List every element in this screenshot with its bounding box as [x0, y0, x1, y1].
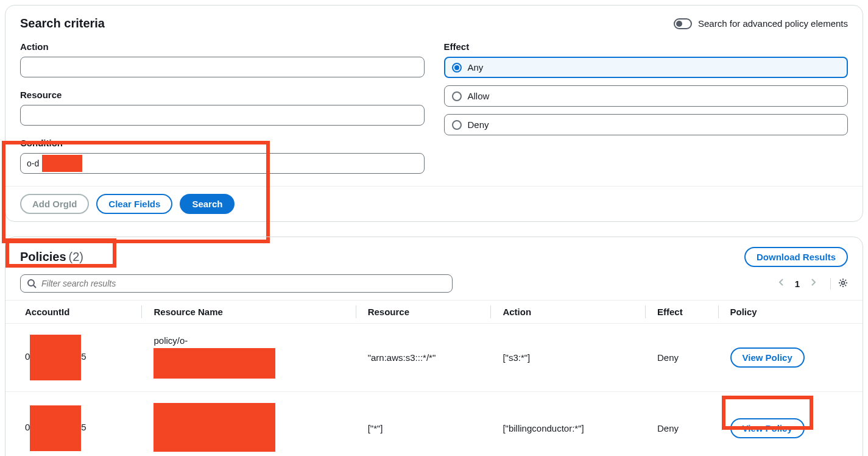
- download-results-button[interactable]: Download Results: [744, 247, 848, 267]
- pager-current: 1: [795, 279, 800, 289]
- advanced-toggle[interactable]: [674, 18, 692, 29]
- results-table: AccountId Resource Name Resource Action …: [5, 300, 863, 456]
- col-effect[interactable]: Effect: [645, 301, 718, 324]
- resource-field: Resource: [20, 90, 425, 126]
- effect-any-option[interactable]: Any: [444, 57, 849, 78]
- svg-point-2: [842, 281, 845, 284]
- effect-allow-option[interactable]: Allow: [444, 85, 849, 107]
- cell-action: ["s3:*"]: [490, 324, 645, 392]
- effect-field: Effect Any Allow Deny: [444, 41, 849, 135]
- advanced-toggle-wrap: Search for advanced policy elements: [674, 18, 848, 29]
- condition-field: Condition: [20, 138, 425, 174]
- toggle-thumb: [676, 21, 682, 27]
- action-label: Action: [20, 41, 425, 52]
- cell-account-id: 05: [5, 324, 141, 392]
- cell-effect: Deny: [645, 324, 718, 392]
- redaction-block: [42, 155, 82, 172]
- effect-label: Effect: [444, 41, 849, 52]
- resource-input[interactable]: [20, 105, 425, 126]
- cell-effect: Deny: [645, 392, 718, 457]
- action-input[interactable]: [20, 57, 425, 77]
- results-title: Policies: [20, 250, 66, 263]
- pager-prev-icon[interactable]: [777, 277, 786, 290]
- filter-input-wrap[interactable]: [20, 274, 453, 293]
- criteria-grid: Action Resource Condition Effect An: [20, 41, 848, 186]
- col-resource[interactable]: Resource: [356, 301, 491, 324]
- clear-fields-button[interactable]: Clear Fields: [96, 194, 172, 214]
- svg-point-0: [28, 280, 34, 286]
- filter-row: 1: [5, 271, 863, 300]
- results-count: (2): [69, 250, 83, 263]
- redaction-block: [153, 403, 275, 452]
- pager-next-icon[interactable]: [808, 277, 818, 290]
- effect-deny-option[interactable]: Deny: [444, 114, 849, 135]
- cell-account-id: 05: [5, 392, 141, 457]
- filter-input[interactable]: [41, 279, 446, 288]
- redaction-block: [30, 405, 81, 451]
- effect-deny-label: Deny: [468, 119, 489, 130]
- cell-policy: View Policy: [718, 324, 863, 392]
- advanced-toggle-label: Search for advanced policy elements: [698, 18, 848, 29]
- table-header-row: AccountId Resource Name Resource Action …: [5, 301, 863, 324]
- radio-icon: [452, 120, 462, 130]
- col-resource-name[interactable]: Resource Name: [141, 301, 355, 324]
- col-policy[interactable]: Policy: [718, 301, 863, 324]
- condition-label: Condition: [20, 138, 425, 148]
- cell-resource-name: policy/o-: [141, 324, 355, 392]
- cell-resource: "arn:aws:s3:::*/*": [356, 324, 491, 392]
- cell-action: ["billingconductor:*"]: [490, 392, 645, 457]
- panel-header: Search criteria Search for advanced poli…: [20, 16, 848, 30]
- results-panel: Policies (2) Download Results 1 AccountI…: [5, 237, 863, 456]
- criteria-right-col: Effect Any Allow Deny: [444, 41, 849, 186]
- cell-resource: ["*"]: [356, 392, 491, 457]
- effect-any-label: Any: [468, 62, 484, 73]
- table-row: 05 ["*"] ["billingconductor:*"] Deny Vie…: [5, 392, 863, 457]
- add-orgid-button[interactable]: Add OrgId: [20, 194, 89, 214]
- results-header: Policies (2) Download Results: [5, 237, 863, 271]
- col-account-id[interactable]: AccountId: [5, 301, 141, 324]
- settings-gear-icon[interactable]: [830, 278, 848, 290]
- pager: 1: [777, 277, 848, 290]
- action-button-row: Add OrgId Clear Fields Search: [5, 186, 863, 221]
- redaction-block: [30, 335, 81, 380]
- resource-label: Resource: [20, 90, 425, 100]
- radio-icon: [452, 63, 462, 73]
- action-field: Action: [20, 41, 425, 77]
- svg-line-1: [34, 285, 36, 288]
- cell-policy: View Policy: [718, 392, 863, 457]
- table-row: 05 policy/o- "arn:aws:s3:::*/*" ["s3:*"]…: [5, 324, 863, 392]
- radio-icon: [452, 91, 462, 101]
- results-title-wrap: Policies (2): [20, 250, 83, 264]
- search-criteria-panel: Search criteria Search for advanced poli…: [5, 5, 863, 222]
- view-policy-button[interactable]: View Policy: [730, 418, 805, 438]
- search-criteria-title: Search criteria: [20, 16, 105, 30]
- search-button[interactable]: Search: [180, 194, 235, 214]
- search-icon: [27, 279, 37, 288]
- criteria-left-col: Action Resource Condition: [20, 41, 425, 186]
- view-policy-button[interactable]: View Policy: [730, 347, 805, 368]
- cell-resource-name: [141, 392, 355, 457]
- effect-allow-label: Allow: [468, 91, 490, 101]
- col-action[interactable]: Action: [490, 301, 645, 324]
- redaction-block: [153, 348, 275, 379]
